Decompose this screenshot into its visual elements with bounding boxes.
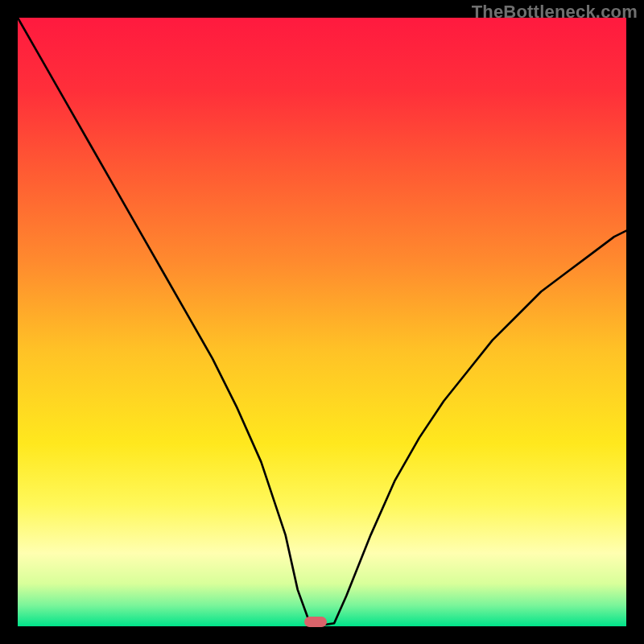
watermark-text: TheBottleneck.com bbox=[472, 2, 638, 23]
optimal-marker bbox=[304, 617, 327, 627]
bottleneck-chart bbox=[18, 18, 626, 626]
chart-frame: TheBottleneck.com bbox=[0, 0, 644, 644]
plot-background bbox=[18, 18, 626, 626]
